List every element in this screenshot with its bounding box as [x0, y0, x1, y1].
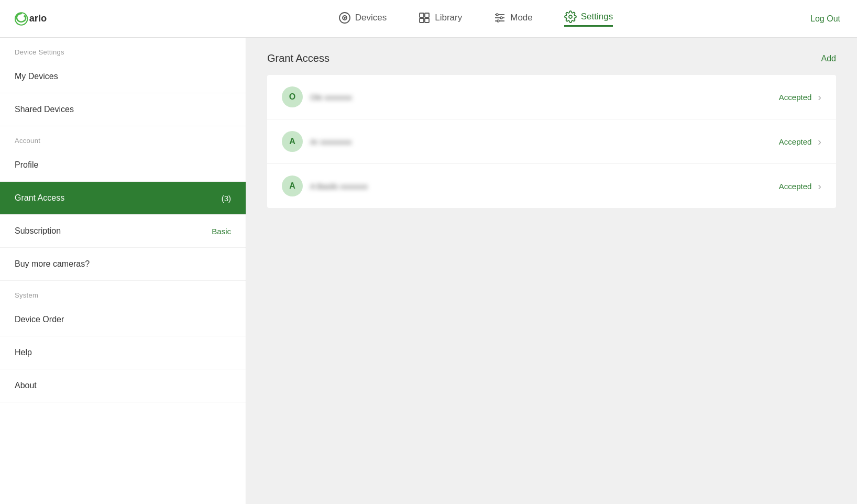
sidebar-item-profile[interactable]: Profile: [0, 149, 246, 182]
add-button[interactable]: Add: [821, 54, 836, 63]
svg-rect-9: [425, 18, 429, 23]
svg-point-15: [497, 20, 499, 22]
svg-point-16: [569, 15, 572, 18]
main-content: Grant Access Add O Ole xxxxxxx Accepted …: [246, 38, 857, 504]
sidebar-item-label: Subscription: [15, 226, 61, 236]
access-item-name-2: Ar xxxxxxxx: [310, 137, 351, 146]
nav-item-mode[interactable]: Mode: [493, 12, 533, 26]
nav-mode-label: Mode: [510, 13, 533, 23]
access-item-left-1: O Ole xxxxxxx: [282, 86, 352, 107]
nav-item-settings[interactable]: Settings: [564, 10, 613, 27]
sidebar-section-account: Account: [0, 126, 246, 149]
chevron-right-icon-2: ›: [818, 136, 821, 148]
sidebar-item-help[interactable]: Help: [0, 336, 246, 369]
access-item-left-2: A Ar xxxxxxxx: [282, 131, 351, 152]
avatar-1: O: [282, 86, 303, 107]
sidebar-item-grant-access[interactable]: Grant Access (3): [0, 182, 246, 215]
sidebar-item-label: Device Order: [15, 315, 64, 324]
devices-icon: [338, 12, 351, 24]
sidebar-item-label: Grant Access: [15, 193, 64, 203]
header: arlo Devices Library: [0, 0, 857, 38]
access-item-1[interactable]: O Ole xxxxxxx Accepted ›: [267, 75, 836, 119]
svg-point-1: [24, 15, 26, 17]
subscription-badge: Basic: [212, 227, 231, 236]
access-item-right-3: Accepted ›: [779, 180, 821, 192]
chevron-right-icon-3: ›: [818, 180, 821, 192]
settings-icon: [564, 10, 577, 23]
access-item-name-3: A Basils xxxxxxx: [310, 182, 368, 191]
nav-item-devices[interactable]: Devices: [338, 12, 387, 26]
svg-text:arlo: arlo: [29, 13, 47, 24]
svg-rect-8: [420, 18, 424, 23]
logo: arlo: [13, 9, 107, 28]
sidebar-item-label: Help: [15, 348, 32, 357]
access-item-2[interactable]: A Ar xxxxxxxx Accepted ›: [267, 119, 836, 164]
sidebar-item-label: Shared Devices: [15, 105, 74, 114]
sidebar-item-about[interactable]: About: [0, 369, 246, 402]
avatar-3: A: [282, 176, 303, 196]
mode-icon: [493, 12, 506, 24]
sidebar-item-device-order[interactable]: Device Order: [0, 303, 246, 336]
page-title: Grant Access: [267, 52, 329, 64]
access-list: O Ole xxxxxxx Accepted › A Ar xxxxxxxx A…: [267, 75, 836, 208]
status-badge-3: Accepted: [779, 182, 812, 191]
sidebar: Device Settings My Devices Shared Device…: [0, 38, 246, 504]
nav-item-library[interactable]: Library: [418, 12, 462, 26]
svg-rect-7: [425, 13, 429, 17]
access-item-left-3: A A Basils xxxxxxx: [282, 176, 368, 196]
nav-settings-label: Settings: [581, 12, 613, 22]
svg-point-14: [500, 17, 502, 19]
sidebar-item-label: Profile: [15, 160, 38, 170]
chevron-right-icon-1: ›: [818, 91, 821, 103]
svg-rect-6: [420, 13, 424, 17]
sidebar-item-buy-cameras[interactable]: Buy more cameras?: [0, 248, 246, 281]
grant-access-badge: (3): [222, 194, 231, 203]
sidebar-section-system: System: [0, 281, 246, 303]
access-item-name-1: Ole xxxxxxx: [310, 93, 352, 102]
logout-button[interactable]: Log Out: [810, 14, 840, 24]
main-nav: Devices Library Mode: [107, 10, 844, 27]
avatar-2: A: [282, 131, 303, 152]
svg-point-13: [496, 14, 498, 16]
svg-point-5: [344, 17, 345, 18]
library-icon: [418, 12, 431, 24]
content-header: Grant Access Add: [246, 38, 857, 75]
sidebar-item-subscription[interactable]: Subscription Basic: [0, 215, 246, 248]
sidebar-item-label: About: [15, 381, 37, 390]
sidebar-item-label: Buy more cameras?: [15, 259, 90, 269]
sidebar-section-device-settings: Device Settings: [0, 38, 246, 60]
layout: Device Settings My Devices Shared Device…: [0, 38, 857, 504]
nav-library-label: Library: [435, 13, 462, 23]
sidebar-item-my-devices[interactable]: My Devices: [0, 60, 246, 93]
sidebar-item-label: My Devices: [15, 72, 58, 81]
access-item-3[interactable]: A A Basils xxxxxxx Accepted ›: [267, 164, 836, 208]
access-item-right-2: Accepted ›: [779, 136, 821, 148]
access-item-right-1: Accepted ›: [779, 91, 821, 103]
nav-devices-label: Devices: [355, 13, 387, 23]
sidebar-item-shared-devices[interactable]: Shared Devices: [0, 93, 246, 126]
status-badge-1: Accepted: [779, 93, 812, 102]
status-badge-2: Accepted: [779, 137, 812, 146]
